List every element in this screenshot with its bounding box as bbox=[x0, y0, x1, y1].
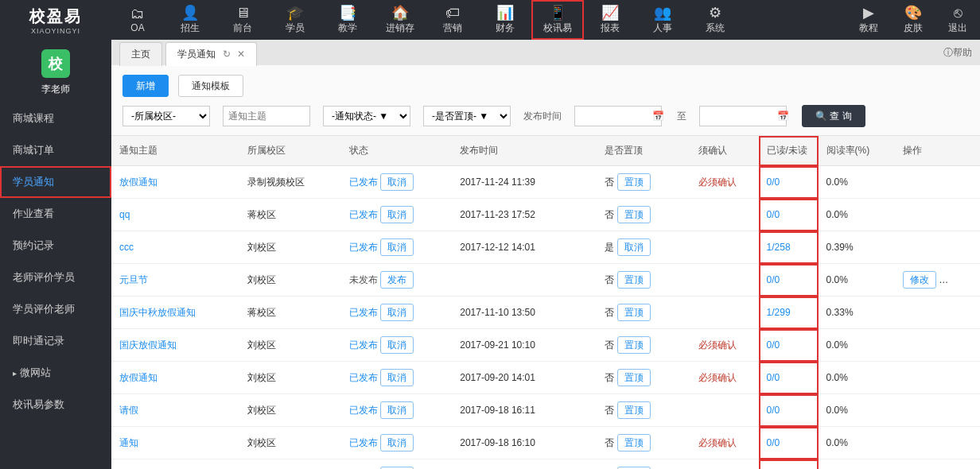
rate-cell: 0.0% bbox=[819, 459, 895, 470]
delete-button[interactable]: 删除 bbox=[939, 271, 972, 289]
read-link[interactable]: 0/0 bbox=[767, 372, 780, 383]
pin-action-button[interactable]: 置顶 bbox=[617, 434, 651, 452]
col-ops: 操作 bbox=[895, 136, 980, 166]
read-link[interactable]: 0/0 bbox=[767, 339, 780, 351]
subject-link[interactable]: 国庆放假通知 bbox=[119, 339, 177, 351]
read-link[interactable]: 0/0 bbox=[767, 405, 780, 416]
read-link[interactable]: 0/0 bbox=[767, 274, 780, 285]
campus-cell: 刘校区 bbox=[239, 427, 341, 459]
nav-item-9[interactable]: 📈报表 bbox=[584, 0, 636, 40]
subject-link[interactable]: 元旦节 bbox=[119, 274, 148, 285]
campus-cell: 蒋校区 bbox=[239, 297, 341, 329]
sidebar-item-6[interactable]: 学员评价老师 bbox=[0, 293, 111, 325]
nav-item-11[interactable]: ⚙系统 bbox=[689, 0, 741, 40]
time-cell: 2017-09-18 09:21 bbox=[452, 459, 597, 470]
help-link[interactable]: ⓘ帮助 bbox=[943, 46, 972, 60]
subject-link[interactable]: 放假通知 bbox=[119, 372, 158, 383]
time-cell bbox=[452, 264, 597, 297]
nav-item-5[interactable]: 🏠进销存 bbox=[374, 0, 426, 40]
col-confirm: 须确认 bbox=[690, 136, 759, 166]
status-select[interactable]: -通知状态- ▼ bbox=[323, 106, 410, 126]
subject-link[interactable]: 请假 bbox=[119, 405, 138, 416]
status-action-button[interactable]: 取消 bbox=[380, 336, 414, 354]
nav-item-3[interactable]: 🎓学员 bbox=[269, 0, 321, 40]
pin-action-button[interactable]: 置顶 bbox=[617, 173, 651, 191]
user-name: 李老师 bbox=[41, 83, 70, 96]
subject-link[interactable]: ccc bbox=[119, 242, 134, 253]
tab-home[interactable]: 主页 bbox=[119, 42, 162, 66]
pin-action-button[interactable]: 置顶 bbox=[617, 271, 651, 289]
pin-select[interactable]: -是否置顶- ▼ bbox=[423, 106, 511, 126]
status-action-button[interactable]: 取消 bbox=[380, 434, 414, 452]
sidebar-item-7[interactable]: 即时通记录 bbox=[0, 325, 111, 357]
status-action-button[interactable]: 取消 bbox=[380, 238, 414, 256]
status-action-button[interactable]: 发布 bbox=[380, 271, 414, 289]
edit-button[interactable]: 修改 bbox=[903, 271, 936, 289]
read-link[interactable]: 1/258 bbox=[767, 242, 791, 253]
status-action-button[interactable]: 取消 bbox=[380, 206, 414, 223]
sidebar-item-9[interactable]: 校讯易参数 bbox=[0, 389, 111, 421]
nav-item-4[interactable]: 📑教学 bbox=[321, 0, 374, 40]
close-icon[interactable]: ✕ bbox=[237, 48, 245, 60]
status-text: 已发布 bbox=[349, 405, 378, 416]
nav-icon: 🎓 bbox=[286, 6, 304, 20]
nav-item-7[interactable]: 📊财务 bbox=[479, 0, 531, 40]
rate-cell: 0.0% bbox=[819, 264, 895, 297]
nav-right-1[interactable]: 🎨皮肤 bbox=[891, 0, 935, 40]
pin-action-button[interactable]: 取消 bbox=[617, 238, 651, 256]
date-from[interactable] bbox=[574, 106, 662, 126]
nav-item-2[interactable]: 🖥前台 bbox=[216, 0, 269, 40]
read-link[interactable]: 0/0 bbox=[767, 176, 780, 188]
status-action-button[interactable]: 取消 bbox=[380, 304, 414, 321]
subject-link[interactable]: qq bbox=[119, 209, 130, 220]
time-cell: 2017-09-20 14:01 bbox=[452, 362, 597, 394]
nav-icon: 🗂 bbox=[130, 6, 145, 21]
tab-notifications[interactable]: 学员通知 ↻ ✕ bbox=[165, 42, 257, 66]
col-status: 状态 bbox=[341, 136, 452, 166]
sidebar-item-8[interactable]: ▸微网站 bbox=[0, 357, 111, 389]
pin-text: 否 bbox=[605, 437, 614, 448]
pin-text: 否 bbox=[605, 307, 614, 318]
status-text: 已发布 bbox=[349, 372, 378, 383]
pin-action-button[interactable]: 置顶 bbox=[617, 401, 651, 419]
status-action-button[interactable]: 取消 bbox=[380, 173, 414, 191]
sidebar-item-1[interactable]: 商城订单 bbox=[0, 134, 111, 166]
search-button[interactable]: 🔍 查 询 bbox=[802, 105, 865, 127]
main: 主页 学员通知 ↻ ✕ ⓘ帮助 新增 通知模板 -所属校区- -通知状态- ▼ … bbox=[111, 40, 980, 469]
nav-right-2[interactable]: ⎋退出 bbox=[935, 0, 980, 40]
time-label: 发布时间 bbox=[523, 110, 562, 123]
subject-link[interactable]: 放假通知 bbox=[119, 176, 158, 188]
subject-link[interactable]: 通知 bbox=[119, 437, 138, 448]
sidebar-item-0[interactable]: 商城课程 bbox=[0, 103, 111, 134]
nav-item-10[interactable]: 👥人事 bbox=[636, 0, 689, 40]
time-cell: 2017-12-12 14:01 bbox=[452, 231, 597, 264]
avatar: 校 bbox=[41, 49, 70, 78]
table-row: 国庆中秋放假通知蒋校区已发布 取消2017-11-10 13:50否 置顶1/2… bbox=[111, 297, 980, 329]
nav-item-1[interactable]: 👤招生 bbox=[164, 0, 216, 40]
col-pin: 是否置顶 bbox=[597, 136, 690, 166]
read-link[interactable]: 0/0 bbox=[767, 437, 780, 448]
date-to[interactable] bbox=[699, 106, 787, 126]
sidebar-item-4[interactable]: 预约记录 bbox=[0, 230, 111, 262]
sidebar-item-2[interactable]: 学员通知 bbox=[0, 166, 111, 198]
pin-action-button[interactable]: 置顶 bbox=[617, 336, 651, 354]
sidebar-item-3[interactable]: 作业查看 bbox=[0, 198, 111, 230]
template-button[interactable]: 通知模板 bbox=[178, 75, 243, 97]
subject-link[interactable]: 国庆中秋放假通知 bbox=[119, 307, 196, 318]
pin-action-button[interactable]: 置顶 bbox=[617, 369, 651, 386]
read-link[interactable]: 0/0 bbox=[767, 209, 780, 220]
status-action-button[interactable]: 取消 bbox=[380, 401, 414, 419]
campus-select[interactable]: -所属校区- bbox=[122, 106, 210, 126]
add-button[interactable]: 新增 bbox=[122, 75, 169, 97]
pin-action-button[interactable]: 置顶 bbox=[617, 304, 651, 321]
refresh-icon[interactable]: ↻ bbox=[223, 48, 231, 60]
subject-input[interactable] bbox=[223, 106, 310, 126]
nav-item-0[interactable]: 🗂OA bbox=[111, 0, 164, 40]
read-link[interactable]: 1/299 bbox=[767, 307, 791, 318]
nav-item-6[interactable]: 🏷营销 bbox=[426, 0, 479, 40]
status-action-button[interactable]: 取消 bbox=[380, 369, 414, 386]
nav-item-8[interactable]: 📱校讯易 bbox=[531, 0, 584, 40]
nav-right-0[interactable]: ▶教程 bbox=[846, 0, 891, 40]
pin-action-button[interactable]: 置顶 bbox=[617, 206, 651, 223]
sidebar-item-5[interactable]: 老师评价学员 bbox=[0, 262, 111, 293]
